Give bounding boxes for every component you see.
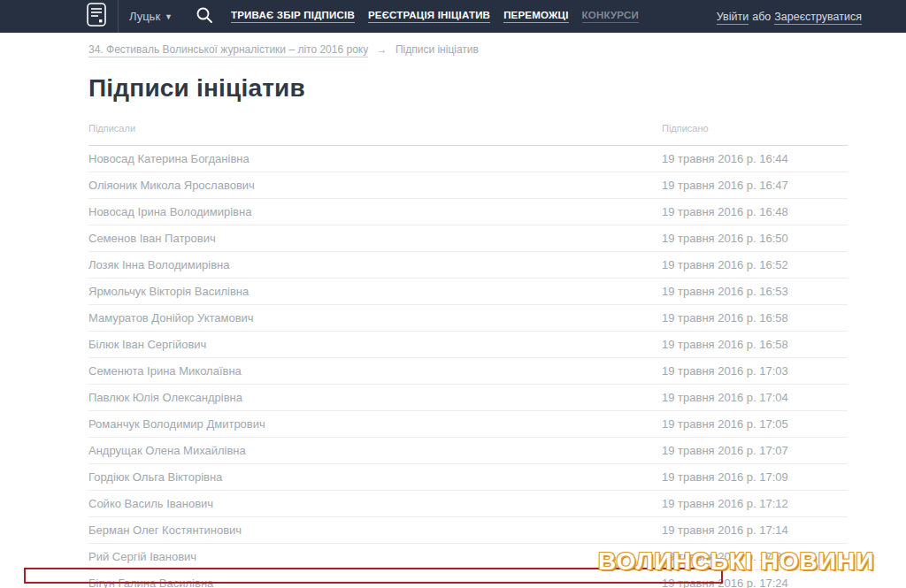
page-title: Підписи ініціатив — [88, 74, 849, 103]
signatures-table: Підписали Підписано Новосад Катерина Бог… — [88, 114, 848, 588]
table-row: Семенюта Ірина Миколаївна 19 травня 2016… — [88, 358, 848, 385]
chevron-down-icon: ▼ — [165, 12, 173, 21]
signed-date: 19 травня 2016 р. 17:24 — [662, 577, 848, 588]
nav-item-initiative-registration[interactable]: РЕЄСТРАЦІЯ ІНІЦІАТИВ — [368, 10, 490, 23]
table-row: Гордіюк Ольга Вікторівна 19 травня 2016 … — [88, 464, 848, 491]
signer-name: Сойко Василь Іванович — [88, 497, 662, 510]
main-content: 34. Фестиваль Волинської журналістики – … — [0, 43, 906, 588]
signer-name: Рий Сергій Іванович — [88, 550, 662, 563]
signed-date: 19 травня 2016 р. 17:03 — [662, 364, 848, 378]
city-dropdown-label: Луцьк — [129, 10, 160, 23]
signed-date: 19 травня 2016 р. 17:12 — [662, 497, 848, 510]
main-menu: ТРИВАЄ ЗБІР ПІДПИСІВ РЕЄСТРАЦІЯ ІНІЦІАТИ… — [231, 10, 639, 23]
nav-item-contests[interactable]: КОНКУРСИ — [582, 10, 639, 23]
signer-name: Семенов Іван Патрович — [88, 232, 662, 245]
table-row: Семенов Іван Патрович 19 травня 2016 р. … — [88, 225, 848, 252]
signer-name: Білюк Іван Сергійович — [88, 338, 662, 351]
watermark-text: ВОЛИНСЬКІ НОВИНИ — [598, 547, 874, 576]
document-logo-icon — [87, 3, 106, 30]
table-row: Новосад Ірина Володимирівна 19 травня 20… — [88, 199, 848, 225]
signer-name: Новосад Ірина Володимирівна — [88, 205, 662, 218]
signer-name: Павлюк Юлія Олександрівна — [88, 391, 662, 404]
auth-or-text: або — [752, 11, 771, 23]
signer-name: Бігун Галина Василівна — [88, 577, 662, 588]
signer-name: Семенюта Ірина Миколаївна — [88, 364, 662, 378]
table-row: Романчук Володимир Дмитрович 19 травня 2… — [88, 411, 848, 438]
table-row: Білюк Іван Сергійович 19 травня 2016 р. … — [88, 332, 848, 358]
site-logo[interactable] — [86, 4, 107, 29]
column-header-signed-by: Підписали — [88, 123, 662, 134]
search-button[interactable] — [196, 6, 213, 27]
table-row: Сойко Василь Іванович 19 травня 2016 р. … — [88, 491, 848, 517]
signer-name: Ярмольчук Вікторія Василівна — [88, 285, 662, 298]
signed-date: 19 травня 2016 р. 16:48 — [662, 205, 848, 218]
login-link[interactable]: Увійти — [717, 11, 749, 25]
table-row: Берман Олег Костянтинович 19 травня 2016… — [88, 517, 848, 544]
breadcrumb-parent-link[interactable]: 34. Фестиваль Волинської журналістики – … — [88, 43, 368, 57]
table-row: Лозяк Інна Володимирівна 19 травня 2016 … — [88, 252, 848, 279]
city-dropdown[interactable]: Луцьк ▼ — [129, 10, 173, 23]
signed-date: 19 травня 2016 р. 16:53 — [662, 285, 848, 298]
signer-name: Андрущак Олена Михайлівна — [88, 444, 662, 457]
nav-item-winners[interactable]: ПЕРЕМОЖЦІ — [503, 10, 568, 23]
signed-date: 19 травня 2016 р. 17:09 — [662, 470, 848, 484]
signer-name: Мамуратов Донійор Уктамович — [88, 311, 662, 325]
signed-date: 19 травня 2016 р. 16:58 — [662, 311, 848, 325]
breadcrumb: 34. Фестиваль Волинської журналістики – … — [88, 43, 849, 56]
signed-date: 19 травня 2016 р. 16:47 — [662, 179, 848, 192]
column-header-signed-at: Підписано — [662, 123, 848, 134]
table-row: Ярмольчук Вікторія Василівна 19 травня 2… — [88, 279, 848, 305]
breadcrumb-arrow-icon: → — [377, 43, 388, 56]
search-icon — [196, 6, 213, 27]
nav-item-signature-collection[interactable]: ТРИВАЄ ЗБІР ПІДПИСІВ — [231, 10, 355, 23]
table-row: Андрущак Олена Михайлівна 19 травня 2016… — [88, 438, 848, 464]
signer-name: Новосад Катерина Богданівна — [88, 152, 662, 165]
nav-divider — [118, 0, 119, 33]
auth-links: УвійтиабоЗареєструватися — [717, 11, 862, 23]
signer-name: Лозяк Інна Володимирівна — [88, 258, 662, 271]
signer-name: Романчук Володимир Дмитрович — [88, 417, 662, 431]
signatures-table-body: Новосад Катерина Богданівна 19 травня 20… — [88, 146, 848, 588]
table-row: Оліяоник Микола Ярославович 19 травня 20… — [88, 172, 848, 199]
signed-date: 19 травня 2016 р. 16:44 — [662, 152, 848, 165]
breadcrumb-current: Підписи ініціатив — [395, 43, 479, 56]
top-nav: Луцьк ▼ ТРИВАЄ ЗБІР ПІДПИСІВ РЕЄСТРАЦІЯ … — [0, 0, 906, 33]
signer-name: Гордіюк Ольга Вікторівна — [88, 470, 662, 484]
signed-date: 19 травня 2016 р. 17:04 — [662, 391, 848, 404]
table-row: Мамуратов Донійор Уктамович 19 травня 20… — [88, 305, 848, 332]
signed-date: 19 травня 2016 р. 17:05 — [662, 417, 848, 431]
signed-date: 19 травня 2016 р. 17:14 — [662, 523, 848, 537]
signed-date: 19 травня 2016 р. 16:52 — [662, 258, 848, 271]
table-row: Новосад Катерина Богданівна 19 травня 20… — [88, 146, 848, 172]
signer-name: Оліяоник Микола Ярославович — [88, 179, 662, 192]
table-row: Павлюк Юлія Олександрівна 19 травня 2016… — [88, 385, 848, 411]
signed-date: 19 травня 2016 р. 17:07 — [662, 444, 848, 457]
register-link[interactable]: Зареєструватися — [774, 11, 862, 25]
signed-date: 19 травня 2016 р. 16:58 — [662, 338, 848, 351]
signed-date: 19 травня 2016 р. 16:50 — [662, 232, 848, 245]
table-header-row: Підписали Підписано — [88, 114, 848, 146]
signer-name: Берман Олег Костянтинович — [88, 523, 662, 537]
